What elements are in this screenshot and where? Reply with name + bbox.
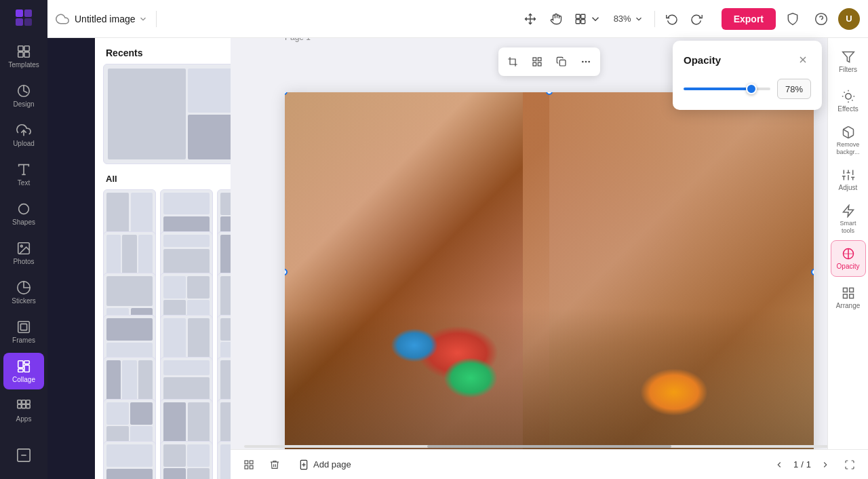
canvas-frame-wrapper: Page 1 xyxy=(285,52,814,479)
svg-rect-4 xyxy=(18,45,23,50)
sidebar-item-photos[interactable]: Photos xyxy=(3,235,44,271)
right-panel-filters[interactable]: Filters xyxy=(831,43,866,80)
svg-rect-35 xyxy=(533,58,536,61)
svg-rect-71 xyxy=(843,288,847,292)
scrollbar-inner xyxy=(244,445,854,448)
svg-rect-45 xyxy=(245,465,248,469)
horizontal-scrollbar[interactable] xyxy=(231,444,868,449)
svg-rect-32 xyxy=(580,19,585,23)
sidebar-item-design[interactable]: Design xyxy=(3,77,44,114)
grid-view-button[interactable] xyxy=(239,455,259,475)
svg-rect-19 xyxy=(24,365,29,372)
svg-rect-46 xyxy=(250,465,253,469)
sidebar-expand[interactable] xyxy=(3,437,44,474)
svg-point-42 xyxy=(588,61,590,63)
help-icon-btn[interactable] xyxy=(810,7,833,31)
svg-rect-74 xyxy=(843,294,847,299)
next-page-button[interactable] xyxy=(816,456,834,474)
right-panel-opacity[interactable]: Opacity xyxy=(831,240,866,277)
sidebar-item-text[interactable]: Text xyxy=(3,156,44,193)
svg-rect-31 xyxy=(576,19,580,23)
add-page-button[interactable]: Add page xyxy=(290,455,359,474)
grid-layout-button[interactable] xyxy=(526,50,549,73)
svg-rect-37 xyxy=(533,62,536,66)
svg-rect-38 xyxy=(538,62,541,66)
svg-point-33 xyxy=(816,13,827,24)
undo-button[interactable] xyxy=(660,7,684,31)
right-panel-smart-tools[interactable]: Smarttools xyxy=(831,201,866,237)
delete-button[interactable] xyxy=(264,455,285,475)
duplicate-button[interactable] xyxy=(550,50,573,73)
canvas-frame[interactable] xyxy=(285,92,814,452)
svg-rect-1 xyxy=(24,9,32,17)
svg-rect-43 xyxy=(245,461,248,464)
right-panel-remove-bg[interactable]: Removebackgr... xyxy=(831,122,866,159)
bottom-left-controls: Add page xyxy=(239,455,359,475)
sidebar-item-frames[interactable]: Frames xyxy=(3,313,44,350)
left-sidebar: Templates Design Upload Text Shapes xyxy=(0,0,47,479)
svg-rect-72 xyxy=(849,288,853,292)
sidebar-item-upload[interactable]: Upload xyxy=(3,117,44,153)
export-button[interactable]: Export xyxy=(722,8,776,30)
shield-icon-btn[interactable] xyxy=(781,7,804,31)
document-title[interactable]: Untitled image xyxy=(75,14,148,24)
sidebar-item-collage[interactable]: Collage xyxy=(3,353,44,389)
svg-rect-73 xyxy=(849,294,853,299)
right-panel-adjust[interactable]: Adjust xyxy=(831,161,866,198)
more-options-button[interactable] xyxy=(574,50,597,73)
svg-rect-21 xyxy=(18,400,22,404)
layout-dropdown-button[interactable] xyxy=(570,7,606,31)
sidebar-item-templates[interactable]: Templates xyxy=(3,38,44,75)
right-panel: Filters Effects Removebackgr... xyxy=(827,38,868,479)
sidebar-item-apps[interactable]: Apps xyxy=(3,392,44,429)
topbar-divider-2 xyxy=(654,11,655,27)
svg-marker-50 xyxy=(842,52,854,62)
sidebar-item-stickers[interactable]: Stickers xyxy=(3,274,44,311)
topbar-tools: 83% xyxy=(519,7,708,31)
template-thumb[interactable] xyxy=(103,441,156,479)
svg-point-41 xyxy=(585,61,587,63)
redo-button[interactable] xyxy=(685,7,708,31)
float-toolbar xyxy=(498,47,600,76)
svg-rect-26 xyxy=(26,404,30,408)
svg-rect-29 xyxy=(576,14,580,18)
opacity-slider[interactable] xyxy=(684,88,770,90)
crop-button[interactable] xyxy=(501,50,524,73)
svg-rect-23 xyxy=(26,400,30,404)
bottom-bar: Add page 1 / 1 xyxy=(231,449,868,479)
svg-point-40 xyxy=(582,61,584,63)
svg-marker-69 xyxy=(843,205,853,216)
hand-tool-button[interactable] xyxy=(545,7,568,31)
canvas-image xyxy=(285,92,814,452)
scrollbar-thumb[interactable] xyxy=(427,445,671,448)
svg-rect-17 xyxy=(18,360,23,367)
bottom-right-controls: 1 / 1 xyxy=(770,455,860,475)
svg-rect-30 xyxy=(580,14,585,18)
opacity-panel-header: Opacity xyxy=(684,52,811,68)
topbar-divider xyxy=(156,11,157,27)
svg-point-12 xyxy=(19,204,29,214)
page-counter: 1 / 1 xyxy=(793,459,811,470)
sidebar-item-shapes[interactable]: Shapes xyxy=(3,195,44,232)
opacity-value[interactable]: 78% xyxy=(777,79,811,99)
move-tool-button[interactable] xyxy=(519,7,542,31)
svg-rect-7 xyxy=(24,52,29,56)
topbar-right: Export U xyxy=(722,7,860,31)
svg-rect-18 xyxy=(24,360,29,364)
right-panel-arrange[interactable]: Arrange xyxy=(831,280,866,316)
page-label: Page 1 xyxy=(285,38,311,42)
right-panel-effects[interactable]: Effects xyxy=(831,83,866,119)
svg-point-14 xyxy=(20,245,22,247)
svg-rect-16 xyxy=(20,324,26,330)
svg-rect-24 xyxy=(18,404,22,408)
user-avatar[interactable]: U xyxy=(838,8,860,30)
app-logo[interactable] xyxy=(12,5,36,30)
template-thumb[interactable] xyxy=(160,441,213,479)
expand-canvas-button[interactable] xyxy=(840,455,860,475)
prev-page-button[interactable] xyxy=(770,456,788,474)
svg-line-58 xyxy=(843,130,848,132)
svg-rect-39 xyxy=(559,60,566,66)
opacity-thumb[interactable] xyxy=(746,83,757,94)
opacity-close-button[interactable] xyxy=(795,52,811,68)
zoom-button[interactable]: 83% xyxy=(608,7,649,31)
